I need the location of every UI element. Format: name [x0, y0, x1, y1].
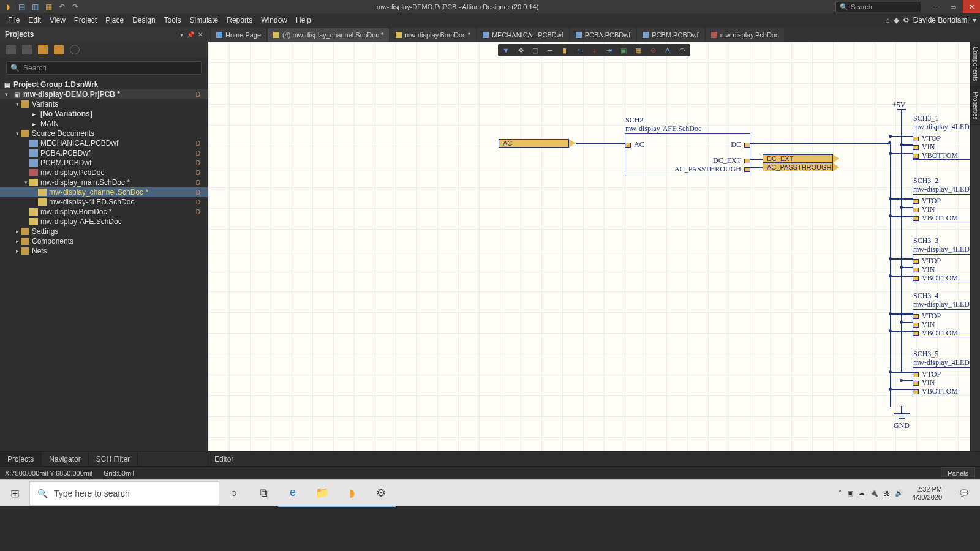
tree-afe-sch[interactable]: mw-display-AFE.SchDoc	[0, 217, 208, 227]
project-tree[interactable]: ▤Project Group 1.DsnWrk ▾▣mw-display-DEM…	[0, 78, 208, 451]
tray-volume-icon[interactable]: 🔊	[895, 489, 903, 497]
doc-tab-pcbdoc[interactable]: mw-display.PcbDoc	[706, 28, 785, 42]
menu-edit[interactable]: Edit	[24, 15, 45, 26]
sheet-sch3_4[interactable]: SCH3_4mw-display_4LED.SchDocVTOPVINVBOTT…	[913, 309, 974, 337]
tree-mech[interactable]: MECHANICAL.PCBDwfD	[0, 138, 208, 148]
tree-components[interactable]: ▸Components	[0, 236, 208, 246]
menu-project[interactable]: Project	[70, 15, 101, 26]
open-icon[interactable]: ▥	[31, 2, 39, 11]
edge-icon[interactable]: e	[278, 480, 307, 507]
start-button[interactable]: ⊞	[0, 480, 29, 507]
filter-icon[interactable]: ▼	[500, 45, 511, 55]
vtab-components[interactable]: Components	[971, 42, 980, 87]
user-dropdown-icon[interactable]: ▾	[973, 16, 976, 24]
tree-group[interactable]: ▤Project Group 1.DsnWrk	[0, 80, 208, 89]
line-icon[interactable]: ─	[545, 45, 556, 55]
undo-icon[interactable]: ↶	[58, 2, 66, 11]
menu-simulate[interactable]: Simulate	[186, 15, 223, 26]
doc-tab-bom[interactable]: mw-display.BomDoc *	[390, 28, 476, 42]
new-doc-icon[interactable]: ▤	[17, 2, 26, 11]
tree-main-sch[interactable]: ▾mw-display_main.SchDoc *D	[0, 178, 208, 187]
tree-nets[interactable]: ▸Nets	[0, 246, 208, 256]
menu-view[interactable]: View	[45, 15, 70, 26]
sheet-sch3_3[interactable]: SCH3_3mw-display_4LED.SchDocVTOPVINVBOTT…	[913, 254, 974, 282]
tray-network-icon[interactable]: 🖧	[883, 490, 890, 497]
panel-tool-4[interactable]	[54, 45, 64, 54]
panel-tool-3[interactable]	[38, 45, 48, 54]
panel-dropdown-icon[interactable]: ▾	[180, 31, 183, 38]
task-view-icon[interactable]: ⧉	[249, 480, 278, 507]
panel-tool-2[interactable]	[22, 45, 32, 54]
menu-design[interactable]: Design	[128, 15, 159, 26]
panel-tool-5[interactable]	[70, 45, 80, 54]
close-button[interactable]: ✕	[963, 0, 980, 13]
sheet-sch3_5[interactable]: SCH3_5mw-display_4LED.SchDocVTOPVINVBOTT…	[913, 367, 974, 395]
redo-icon[interactable]: ↷	[71, 2, 80, 11]
part-icon[interactable]: ▣	[618, 45, 629, 55]
move-icon[interactable]: ✥	[515, 45, 526, 55]
editor-tab[interactable]: Editor	[208, 451, 980, 466]
menu-window[interactable]: Window	[257, 15, 292, 26]
arc-icon[interactable]: ◠	[677, 45, 688, 55]
status-panels[interactable]: Panels	[941, 467, 975, 479]
panel-close-icon[interactable]: ✕	[198, 31, 203, 38]
taskbar-clock[interactable]: 2:32 PM 4/30/2020	[908, 485, 946, 501]
titlebar-search[interactable]: 🔍 Search	[835, 2, 921, 12]
port-icon[interactable]: ⇥	[603, 45, 614, 55]
doc-tab-home[interactable]: Home Page	[211, 28, 266, 42]
doc-tab-pcbm[interactable]: PCBM.PCBDwf	[637, 28, 704, 42]
tray-app-icon[interactable]: ▣	[847, 489, 853, 497]
user-name[interactable]: Davide Bortolami	[913, 16, 969, 24]
tree-pcbdoc[interactable]: mw-display.PcbDocD	[0, 168, 208, 178]
sheet-sch3_2[interactable]: SCH3_2mw-display_4LED.SchDocVTOPVINVBOTT…	[913, 194, 974, 222]
tree-source-docs[interactable]: ▾Source Documents	[0, 129, 208, 138]
tree-settings[interactable]: ▸Settings	[0, 227, 208, 236]
save-icon[interactable]: ▦	[44, 2, 53, 11]
panel-tab-schfilter[interactable]: SCH Filter	[89, 452, 138, 466]
menu-file[interactable]: File	[4, 15, 24, 26]
panel-tab-projects[interactable]: Projects	[0, 452, 42, 466]
menu-tools[interactable]: Tools	[160, 15, 186, 26]
tree-pcba[interactable]: PCBA.PCBDwfD	[0, 148, 208, 158]
tree-main-variant[interactable]: ▸MAIN	[0, 119, 208, 129]
tray-chevron-icon[interactable]: ˄	[839, 489, 842, 497]
rect-icon[interactable]: ▢	[530, 45, 541, 55]
sheet-sch2[interactable]: SCH2 mw-display-AFE.SchDoc AC DC DC_EXT …	[625, 133, 750, 176]
tree-no-variations[interactable]: ▸[No Variations]	[0, 109, 208, 119]
projects-search[interactable]: 🔍 Search	[6, 61, 202, 75]
vtab-properties[interactable]: Properties	[971, 87, 980, 126]
minimize-button[interactable]: ─	[926, 0, 943, 13]
tree-4led-sch[interactable]: mw-display-4LED.SchDocD	[0, 197, 208, 207]
menu-reports[interactable]: Reports	[222, 15, 257, 26]
doc-tab-channel[interactable]: (4) mw-display_channel.SchDoc *	[268, 28, 389, 42]
menu-place[interactable]: Place	[101, 15, 128, 26]
explorer-icon[interactable]: 📁	[307, 480, 337, 507]
schematic-canvas[interactable]: ▼ ✥ ▢ ─ ▮ ≈ ⏚ ⇥ ▣ ▦ ⊘ A ◠ +5V AC	[208, 42, 980, 451]
settings-taskbar-icon[interactable]: ⚙	[366, 480, 396, 507]
taskbar-search[interactable]: 🔍 Type here to search	[29, 481, 219, 506]
home-icon[interactable]: ⌂	[885, 16, 889, 24]
tree-bom[interactable]: mw-display.BomDoc *D	[0, 207, 208, 217]
noerc-icon[interactable]: ⊘	[647, 45, 658, 55]
bus-icon[interactable]: ▮	[559, 45, 570, 55]
tray-power-icon[interactable]: 🔌	[870, 489, 878, 497]
altium-taskbar-icon[interactable]: ◗	[337, 480, 366, 507]
gear-icon[interactable]: ⚙	[903, 16, 910, 24]
cortana-icon[interactable]: ○	[219, 480, 249, 507]
menu-help[interactable]: Help	[292, 15, 315, 26]
sheet-icon[interactable]: ▦	[633, 45, 644, 55]
tree-channel-sch[interactable]: mw-display_channel.SchDoc *D	[0, 187, 208, 197]
panel-pin-icon[interactable]: 📌	[187, 31, 194, 38]
tree-variants[interactable]: ▾Variants	[0, 99, 208, 109]
net-icon[interactable]: ≈	[574, 45, 585, 55]
tree-pcbm[interactable]: PCBM.PCBDwfD	[0, 158, 208, 168]
sheet-sch3_1[interactable]: SCH3_1mw-display_4LED.SchDocVTOPVINVBOTT…	[913, 132, 974, 160]
maximize-button[interactable]: ▭	[944, 0, 962, 13]
power-icon[interactable]: ⏚	[589, 45, 600, 55]
doc-tab-mech[interactable]: MECHANICAL.PCBDwf	[477, 28, 569, 42]
doc-tab-pcba[interactable]: PCBA.PCBDwf	[570, 28, 636, 42]
notifications-icon[interactable]: 💬	[951, 480, 978, 507]
tray-cloud-icon[interactable]: ☁	[858, 489, 865, 497]
panel-tool-1[interactable]	[6, 45, 16, 54]
text-icon[interactable]: A	[662, 45, 673, 55]
